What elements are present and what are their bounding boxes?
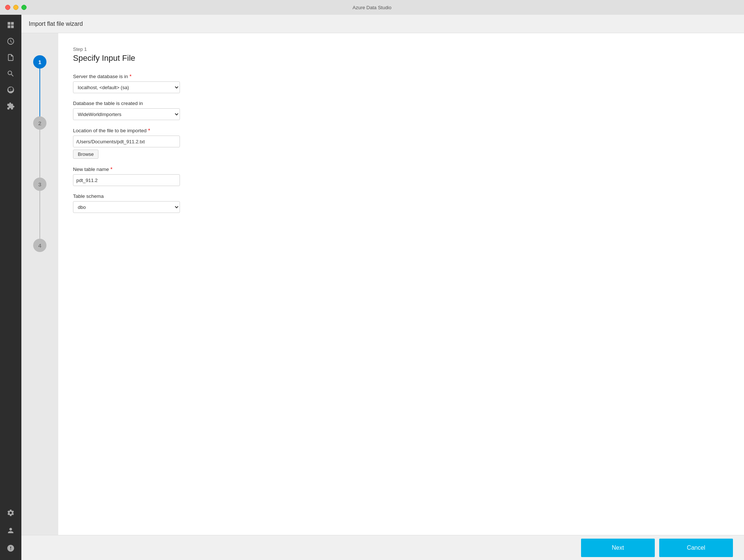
server-required-star: * xyxy=(129,73,131,79)
window-title: Azure Data Studio xyxy=(352,5,392,10)
step-2: 2 xyxy=(33,116,46,178)
step-title: Specify Input File xyxy=(73,53,729,63)
sidebar-bottom xyxy=(3,505,18,560)
svg-rect-1 xyxy=(11,22,14,25)
file-field-group: Location of the file to be imported * Br… xyxy=(73,127,729,159)
stepper-sidebar: 1 2 3 4 xyxy=(21,33,58,535)
table-name-input[interactable] xyxy=(73,174,180,186)
table-name-field-group: New table name * xyxy=(73,166,729,186)
sidebar-icon-error[interactable] xyxy=(3,541,18,556)
schema-field-group: Table schema dbo xyxy=(73,193,729,213)
step-label: Step 1 xyxy=(73,46,729,52)
footer: Next Cancel xyxy=(21,535,744,560)
content-area: 1 2 3 4 Step 1 Specify Input File xyxy=(21,33,744,535)
sidebar-icon-file[interactable] xyxy=(3,50,18,65)
sidebar-icon-git[interactable] xyxy=(3,83,18,97)
step-circle-4: 4 xyxy=(33,239,46,252)
schema-select[interactable]: dbo xyxy=(73,201,180,213)
file-input[interactable] xyxy=(73,136,180,147)
server-field-group: Server the database is in * localhost, <… xyxy=(73,73,729,93)
sidebar-icon-search[interactable] xyxy=(3,66,18,81)
form-panel: Step 1 Specify Input File Server the dat… xyxy=(58,33,744,535)
step-connector-1-2 xyxy=(39,69,40,116)
table-name-label: New table name * xyxy=(73,166,729,172)
header-bar: Import flat file wizard xyxy=(21,15,744,33)
title-bar: Azure Data Studio xyxy=(0,0,744,15)
app-body: Import flat file wizard 1 2 3 4 xyxy=(0,15,744,560)
step-connector-3-4 xyxy=(39,191,40,239)
schema-label: Table schema xyxy=(73,193,729,199)
sidebar xyxy=(0,15,21,560)
svg-rect-2 xyxy=(8,25,10,28)
step-circle-2: 2 xyxy=(33,116,46,130)
step-connector-2-3 xyxy=(39,130,40,178)
step-4: 4 xyxy=(33,239,46,252)
page-title: Import flat file wizard xyxy=(29,21,83,27)
sidebar-icon-history[interactable] xyxy=(3,34,18,49)
step-1: 1 xyxy=(33,55,46,116)
main-area: Import flat file wizard 1 2 3 4 xyxy=(21,15,744,560)
step-circle-3: 3 xyxy=(33,178,46,191)
step-3: 3 xyxy=(33,178,46,239)
next-button[interactable]: Next xyxy=(581,539,655,557)
maximize-button[interactable] xyxy=(21,5,27,10)
file-required-star: * xyxy=(148,127,150,133)
svg-rect-0 xyxy=(8,22,10,25)
server-label: Server the database is in * xyxy=(73,73,729,79)
database-field-group: Database the table is created in WideWor… xyxy=(73,101,729,120)
window-controls[interactable] xyxy=(5,5,27,10)
browse-button[interactable]: Browse xyxy=(73,150,98,159)
server-select[interactable]: localhost, <default> (sa) xyxy=(73,81,180,93)
database-label: Database the table is created in xyxy=(73,101,729,106)
cancel-button[interactable]: Cancel xyxy=(659,539,733,557)
table-name-required-star: * xyxy=(111,166,112,172)
sidebar-icon-account[interactable] xyxy=(3,523,18,538)
sidebar-icon-extensions[interactable] xyxy=(3,99,18,113)
step-circle-1: 1 xyxy=(33,55,46,69)
minimize-button[interactable] xyxy=(13,5,18,10)
file-label: Location of the file to be imported * xyxy=(73,127,729,133)
sidebar-icon-explorer[interactable] xyxy=(3,18,18,32)
sidebar-icon-settings[interactable] xyxy=(3,505,18,520)
close-button[interactable] xyxy=(5,5,10,10)
database-select[interactable]: WideWorldImporters xyxy=(73,108,180,120)
svg-rect-3 xyxy=(11,25,14,28)
